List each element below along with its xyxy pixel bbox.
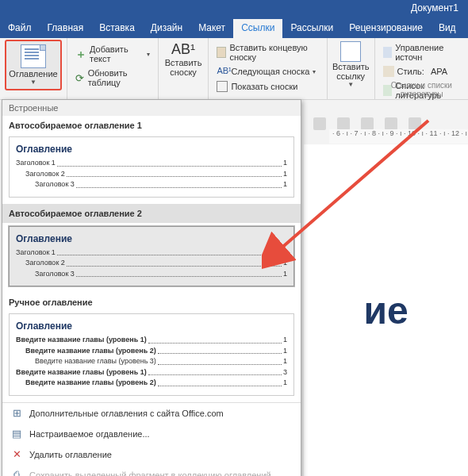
- tab-layout[interactable]: Макет: [190, 19, 233, 38]
- footnote-icon: AB¹: [171, 41, 195, 58]
- manage-sources-icon: [383, 47, 393, 58]
- toc-preview-heading: Оглавление: [16, 233, 287, 244]
- toc-preview-heading: Оглавление: [16, 321, 287, 332]
- auto-toc-1-preview[interactable]: Оглавление Заголовок 11 Заголовок 21 Заг…: [9, 136, 294, 198]
- group-footnote-actions: Вставить концевую сноску AB¹ Следующая с…: [209, 38, 328, 99]
- custom-toc[interactable]: ▤ Настраиваемое огдавление...: [2, 424, 301, 444]
- document-area[interactable]: ие: [304, 144, 468, 476]
- endnote-icon: [217, 47, 226, 58]
- auto-toc-2-title: Автособираемое оглавление 2: [2, 204, 301, 223]
- group-citation: Вставить ссылку ▼: [328, 38, 375, 99]
- qa-icon[interactable]: [361, 117, 374, 130]
- qa-icon[interactable]: [313, 117, 326, 130]
- toc-preview-heading: Оглавление: [16, 144, 287, 155]
- tab-file[interactable]: Файл: [0, 19, 40, 38]
- qa-icon[interactable]: [337, 117, 350, 130]
- insert-footnote-button[interactable]: Вставить сноску: [165, 58, 202, 77]
- chevron-down-icon: ▼: [347, 81, 354, 88]
- save-toc-selection: ⎙ Сохранить выделенный фрагмент в коллек…: [2, 465, 301, 477]
- show-notes-button[interactable]: Показать сноски: [213, 79, 322, 94]
- dropdown-header-builtin: Встроенные: [2, 100, 301, 116]
- tab-view[interactable]: Вид: [431, 19, 464, 38]
- toc-button[interactable]: Оглавление ▼: [5, 40, 62, 90]
- next-footnote-button[interactable]: AB¹ Следующая сноска ▾: [213, 64, 322, 79]
- toc-label: Оглавление: [9, 70, 57, 79]
- manual-toc-preview[interactable]: Оглавление Введите название главы (урове…: [9, 313, 294, 396]
- chevron-down-icon: ▾: [313, 68, 316, 75]
- plus-icon: ＋: [75, 48, 86, 60]
- dropdown-footer: ⊞ Дополнительные оглавления с сайта Offi…: [2, 402, 301, 477]
- refresh-icon: ⟳: [75, 72, 85, 83]
- group-footnote: AB¹ Вставить сноску: [159, 38, 209, 99]
- remove-icon: ✕: [10, 448, 23, 461]
- group-bibliography: Управление источн Стиль: APA Список лите…: [375, 38, 468, 99]
- quick-access-icons: [313, 117, 421, 130]
- toc-dropdown-panel: Встроенные Автособираемое оглавление 1 О…: [2, 99, 301, 476]
- toc-icon: [21, 44, 46, 68]
- group-toc: Оглавление ▼: [0, 38, 67, 99]
- citation-icon: [340, 41, 361, 62]
- group-label-citations: Ссылки и списки литературы: [375, 81, 468, 98]
- add-text-button[interactable]: ＋ Добавить текст ▾: [72, 43, 153, 65]
- auto-toc-1-title: Автособираемое оглавление 1: [2, 116, 301, 133]
- manual-toc-title: Ручное оглавление: [2, 293, 301, 310]
- ribbon-tabs: Файл Главная Вставка Дизайн Макет Ссылки…: [0, 19, 468, 38]
- ribbon: Оглавление ▼ ＋ Добавить текст ▾ ⟳ Обнови…: [0, 38, 468, 100]
- custom-toc-icon: ▤: [10, 428, 23, 440]
- tab-mailings[interactable]: Рассылки: [282, 19, 341, 38]
- more-toc-online[interactable]: ⊞ Дополнительные оглавления с сайта Offi…: [2, 403, 301, 424]
- qa-icon[interactable]: [385, 117, 397, 130]
- document-partial-heading: ие: [363, 289, 408, 332]
- chevron-down-icon: ▾: [147, 51, 150, 58]
- horizontal-ruler: · 6 · ı · 7 · ı · 8 · ı · 9 · ı · 10 · ı…: [329, 129, 468, 144]
- tab-insert[interactable]: Вставка: [91, 19, 143, 38]
- save-icon: ⎙: [10, 469, 23, 477]
- next-footnote-icon: AB¹: [217, 66, 228, 77]
- style-value: APA: [431, 67, 447, 76]
- qa-icon[interactable]: [409, 117, 421, 130]
- tab-references[interactable]: Ссылки: [233, 19, 282, 38]
- auto-toc-2-preview[interactable]: Оглавление Заголовок 11 Заголовок 21 Заг…: [9, 226, 294, 287]
- insert-citation-button[interactable]: Вставить ссылку: [332, 62, 370, 81]
- tab-review[interactable]: Рецензирование: [341, 19, 431, 38]
- style-selector[interactable]: Стиль: APA: [380, 64, 463, 79]
- manage-sources-button[interactable]: Управление источн: [380, 41, 463, 63]
- show-notes-icon: [217, 81, 228, 92]
- tab-home[interactable]: Главная: [40, 19, 92, 38]
- insert-endnote-button[interactable]: Вставить концевую сноску: [213, 41, 322, 63]
- document-title: Документ1: [411, 2, 458, 13]
- chevron-down-icon: ▼: [30, 79, 36, 86]
- tab-design[interactable]: Дизайн: [143, 19, 190, 38]
- title-bar: Документ1: [0, 0, 468, 19]
- globe-icon: ⊞: [10, 407, 23, 420]
- update-table-button[interactable]: ⟳ Обновить таблицу: [72, 67, 153, 89]
- remove-toc[interactable]: ✕ Удалить оглавление: [2, 444, 301, 465]
- group-toc-actions: ＋ Добавить текст ▾ ⟳ Обновить таблицу: [67, 38, 159, 99]
- style-icon: [383, 66, 394, 77]
